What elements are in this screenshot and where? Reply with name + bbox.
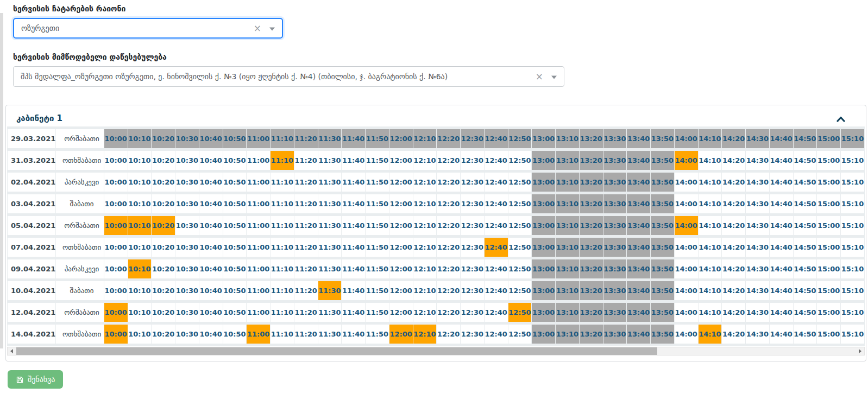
time-slot[interactable]: 10:00 [104,194,128,213]
time-slot[interactable]: 12:10 [413,259,437,278]
time-slot[interactable]: 12:50 [508,325,532,344]
time-slot[interactable]: 10:00 [104,303,128,322]
time-slot[interactable]: 12:40 [485,216,508,235]
time-slot[interactable]: 12:00 [389,281,413,300]
scroll-left-button[interactable] [8,347,16,355]
time-slot[interactable]: 12:10 [413,281,437,300]
time-slot[interactable]: 14:50 [794,216,817,235]
time-slot[interactable]: 10:20 [152,238,175,257]
time-slot[interactable]: 10:50 [223,303,247,322]
time-slot[interactable]: 11:20 [294,325,318,344]
time-slot[interactable]: 12:20 [437,303,460,322]
time-slot[interactable]: 12:00 [389,325,413,344]
time-slot[interactable]: 14:00 [675,303,698,322]
time-slot[interactable]: 14:30 [746,303,769,322]
time-slot[interactable]: 11:40 [342,325,365,344]
time-slot[interactable]: 10:00 [104,151,128,170]
scroll-right-button[interactable] [856,347,864,355]
time-slot[interactable]: 11:30 [318,281,342,300]
time-slot[interactable]: 10:00 [104,216,128,235]
time-slot[interactable]: 12:50 [508,173,532,192]
time-slot[interactable]: 10:00 [104,281,128,300]
time-slot[interactable]: 14:10 [699,194,722,213]
time-slot[interactable]: 14:20 [722,303,745,322]
time-slot[interactable]: 10:50 [223,194,247,213]
time-slot[interactable]: 15:10 [841,325,864,344]
time-slot[interactable]: 14:50 [794,238,817,257]
time-slot[interactable]: 12:40 [485,281,508,300]
time-slot[interactable]: 11:40 [342,151,365,170]
save-button[interactable]: შენახვა [8,370,63,389]
time-slot[interactable]: 14:00 [675,259,698,278]
time-slot[interactable]: 14:20 [722,259,745,278]
provider-select[interactable]: შპს მედალფა_ოზურგეთი ოზურგეთი, ე. ნინოშვ… [13,66,564,87]
time-slot[interactable]: 14:00 [675,194,698,213]
time-slot[interactable]: 11:00 [247,303,270,322]
time-slot[interactable]: 12:50 [508,194,532,213]
time-slot[interactable]: 11:10 [271,325,294,344]
time-slot[interactable]: 12:20 [437,259,460,278]
time-slot[interactable]: 11:30 [318,173,342,192]
time-slot[interactable]: 12:40 [485,303,508,322]
time-slot[interactable]: 10:30 [175,238,199,257]
time-slot[interactable]: 12:10 [413,325,437,344]
time-slot[interactable]: 11:00 [247,173,270,192]
scrollbar-thumb[interactable] [16,347,657,355]
time-slot[interactable]: 12:00 [389,173,413,192]
dropdown-arrow-icon[interactable] [551,76,557,79]
time-slot[interactable]: 11:40 [342,303,365,322]
time-slot[interactable]: 10:00 [104,259,128,278]
time-slot[interactable]: 15:10 [841,151,864,170]
time-slot[interactable]: 14:00 [675,238,698,257]
time-slot[interactable]: 15:00 [817,281,840,300]
time-slot[interactable]: 11:40 [342,173,365,192]
time-slot[interactable]: 11:50 [366,238,389,257]
time-slot[interactable]: 12:40 [485,259,508,278]
time-slot[interactable]: 12:20 [437,216,460,235]
time-slot[interactable]: 14:40 [770,259,793,278]
time-slot[interactable]: 15:00 [817,216,840,235]
time-slot[interactable]: 10:30 [175,281,199,300]
time-slot[interactable]: 14:40 [770,325,793,344]
time-slot[interactable]: 10:10 [128,151,152,170]
time-slot[interactable]: 15:00 [817,173,840,192]
time-slot[interactable]: 11:50 [366,173,389,192]
time-slot[interactable]: 11:40 [342,238,365,257]
time-slot[interactable]: 14:50 [794,259,817,278]
time-slot[interactable]: 11:50 [366,216,389,235]
clear-icon[interactable]: × [254,24,261,33]
time-slot[interactable]: 15:00 [817,259,840,278]
region-select[interactable]: ოზურგეთი × [13,18,283,39]
time-slot[interactable]: 11:10 [271,194,294,213]
time-slot[interactable]: 12:30 [461,303,484,322]
time-slot[interactable]: 10:40 [199,259,223,278]
time-slot[interactable]: 14:40 [770,281,793,300]
time-slot[interactable]: 10:50 [223,151,247,170]
time-slot[interactable]: 11:50 [366,281,389,300]
time-slot[interactable]: 14:20 [722,238,745,257]
time-slot[interactable]: 11:00 [247,281,270,300]
time-slot[interactable]: 14:10 [699,281,722,300]
time-slot[interactable]: 12:00 [389,216,413,235]
time-slot[interactable]: 12:20 [437,173,460,192]
time-slot[interactable]: 11:40 [342,194,365,213]
time-slot[interactable]: 10:10 [128,281,152,300]
time-slot[interactable]: 14:50 [794,151,817,170]
time-slot[interactable]: 12:30 [461,325,484,344]
time-slot[interactable]: 14:10 [699,238,722,257]
time-slot[interactable]: 11:30 [318,151,342,170]
time-slot[interactable]: 11:10 [271,173,294,192]
time-slot[interactable]: 14:50 [794,173,817,192]
time-slot[interactable]: 11:20 [294,238,318,257]
time-slot[interactable]: 11:30 [318,216,342,235]
time-slot[interactable]: 11:10 [271,281,294,300]
time-slot[interactable]: 10:20 [152,151,175,170]
time-slot[interactable]: 15:10 [841,194,864,213]
time-slot[interactable]: 12:00 [389,303,413,322]
time-slot[interactable]: 11:30 [318,303,342,322]
time-slot[interactable]: 10:50 [223,259,247,278]
time-slot[interactable]: 12:30 [461,216,484,235]
time-slot[interactable]: 11:50 [366,259,389,278]
time-slot[interactable]: 10:30 [175,216,199,235]
time-slot[interactable]: 14:30 [746,194,769,213]
